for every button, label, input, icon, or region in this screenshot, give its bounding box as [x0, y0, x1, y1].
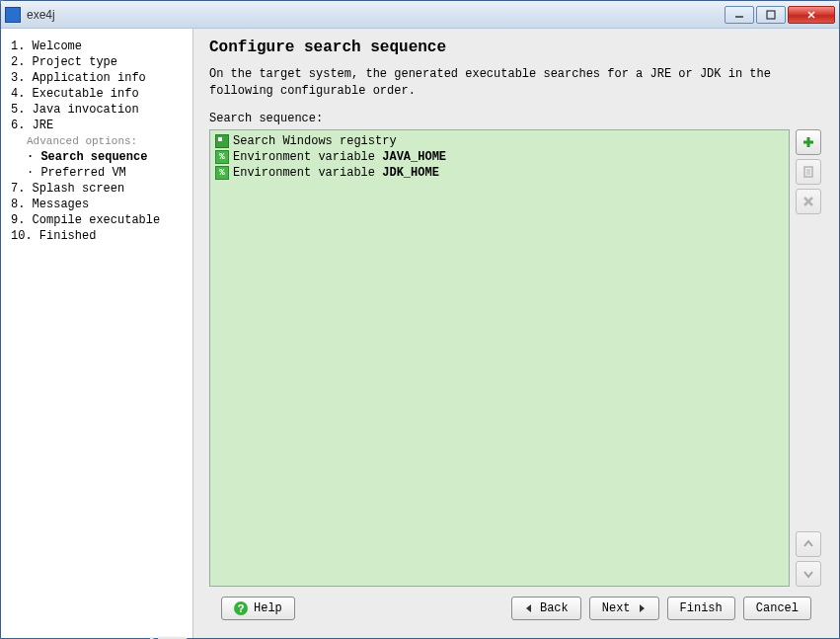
back-button[interactable]: Back: [511, 597, 581, 620]
list-item-label: Environment variable JAVA_HOME: [233, 150, 446, 164]
main-panel: Configure search sequence On the target …: [193, 29, 839, 638]
watermark: exe4j: [144, 632, 189, 639]
wizard-step-4[interactable]: 4. Executable info: [11, 86, 183, 102]
wizard-step-5[interactable]: 5. Java invocation: [11, 102, 183, 118]
move-down-button[interactable]: [796, 561, 821, 587]
window-control-buttons: [725, 6, 835, 24]
sequence-label: Search sequence:: [209, 112, 823, 125]
envvar-icon: %: [215, 166, 229, 180]
arrow-left-icon: [524, 603, 534, 613]
list-item[interactable]: %Environment variable JAVA_HOME: [213, 149, 786, 165]
move-up-button[interactable]: [796, 531, 821, 557]
list-item[interactable]: %Environment variable JDK_HOME: [213, 165, 786, 181]
add-button[interactable]: [796, 129, 821, 155]
cancel-button[interactable]: Cancel: [743, 597, 811, 620]
maximize-button[interactable]: [756, 6, 786, 24]
wizard-step-9[interactable]: 9. Compile executable: [11, 212, 183, 228]
close-button[interactable]: [788, 6, 835, 24]
app-icon: [5, 7, 21, 23]
arrow-right-icon: [637, 603, 647, 613]
back-label: Back: [540, 601, 569, 615]
advanced-options-label: Advanced options:: [11, 133, 183, 149]
cancel-label: Cancel: [756, 601, 799, 615]
list-item[interactable]: Search Windows registry: [213, 133, 786, 149]
wizard-substep-search-sequence[interactable]: Search sequence: [11, 149, 183, 165]
registry-icon: [215, 134, 229, 148]
next-label: Next: [602, 601, 631, 615]
content-area: 1. Welcome2. Project type3. Application …: [1, 29, 839, 638]
page-description: On the target system, the generated exec…: [209, 66, 823, 100]
list-item-label: Search Windows registry: [233, 134, 397, 148]
finish-button[interactable]: Finish: [667, 597, 735, 620]
wizard-substep-preferred-vm[interactable]: Preferred VM: [11, 165, 183, 181]
wizard-step-2[interactable]: 2. Project type: [11, 54, 183, 70]
help-button[interactable]: ? Help: [221, 597, 295, 620]
wizard-step-3[interactable]: 3. Application info: [11, 70, 183, 86]
wizard-step-7[interactable]: 7. Splash screen: [11, 181, 183, 197]
envvar-icon: %: [215, 150, 229, 164]
list-item-label: Environment variable JDK_HOME: [233, 166, 439, 180]
help-label: Help: [254, 601, 282, 615]
wizard-footer: ? Help Back Next Finish Cancel: [209, 587, 823, 628]
next-button[interactable]: Next: [589, 597, 659, 620]
sequence-row: Search Windows registry%Environment vari…: [209, 129, 823, 587]
svg-rect-1: [767, 11, 775, 19]
wizard-step-8[interactable]: 8. Messages: [11, 197, 183, 212]
wizard-step-6[interactable]: 6. JRE: [11, 118, 183, 133]
edit-button[interactable]: [796, 159, 821, 185]
svg-marker-12: [526, 604, 531, 612]
minimize-button[interactable]: [725, 6, 754, 24]
search-sequence-list[interactable]: Search Windows registry%Environment vari…: [209, 129, 790, 587]
remove-button[interactable]: [796, 189, 821, 214]
finish-label: Finish: [680, 601, 723, 615]
wizard-sidebar: 1. Welcome2. Project type3. Application …: [1, 29, 193, 638]
page-title: Configure search sequence: [209, 39, 823, 56]
titlebar[interactable]: exe4j: [1, 1, 839, 29]
app-window: exe4j 1. Welcome2. Project type3. Applic…: [0, 0, 840, 639]
window-title: exe4j: [27, 8, 725, 22]
wizard-step-10[interactable]: 10. Finished: [11, 228, 183, 244]
list-tools: [796, 129, 823, 587]
help-icon: ?: [234, 601, 248, 615]
wizard-step-1[interactable]: 1. Welcome: [11, 39, 183, 54]
svg-marker-13: [640, 604, 645, 612]
